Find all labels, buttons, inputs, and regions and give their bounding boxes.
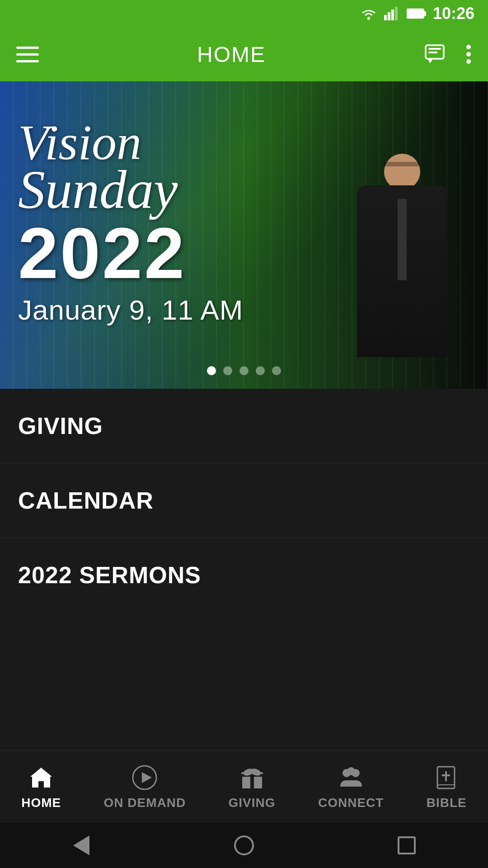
svg-rect-1 (384, 15, 387, 20)
hero-text-block: Vision Sunday 2022 January 9, 11 AM (18, 118, 244, 326)
more-options-icon[interactable] (465, 42, 472, 66)
home-icon (28, 764, 55, 791)
ondemand-icon (131, 764, 158, 791)
top-nav: HOME (0, 27, 488, 81)
bottom-nav: HOME ON DEMAND (0, 750, 488, 823)
carousel-dot-1[interactable] (207, 366, 216, 375)
nav-bible-label: BIBLE (427, 796, 467, 810)
nav-item-giving[interactable]: GIVING (220, 760, 285, 815)
sermons-label: 2022 SERMONS (18, 562, 201, 588)
nav-right-icons (424, 42, 472, 66)
nav-item-connect[interactable]: CONNECT (309, 760, 393, 815)
hamburger-menu-button[interactable] (16, 47, 39, 62)
status-icons: 10:26 (360, 4, 474, 23)
svg-marker-14 (142, 772, 152, 783)
hamburger-line-1 (16, 47, 39, 49)
status-time: 10:26 (433, 4, 474, 23)
battery-icon (407, 8, 427, 19)
status-bar: 10:26 (0, 0, 488, 27)
carousel-dot-4[interactable] (256, 366, 265, 375)
calendar-menu-item[interactable]: CALENDAR (0, 463, 488, 538)
nav-home-label: HOME (21, 796, 61, 810)
svg-point-12 (466, 59, 471, 64)
nav-item-home[interactable]: HOME (12, 760, 70, 815)
bible-icon (433, 764, 460, 791)
android-nav-bar (0, 823, 488, 868)
giving-icon (239, 764, 266, 791)
main-content: GIVING CALENDAR 2022 SERMONS (0, 389, 488, 612)
wifi-icon (360, 7, 378, 20)
nav-giving-label: GIVING (229, 796, 276, 810)
svg-point-23 (347, 767, 355, 775)
svg-rect-5 (407, 9, 424, 18)
svg-rect-2 (388, 12, 390, 20)
svg-point-0 (367, 17, 370, 20)
svg-point-10 (466, 45, 471, 49)
home-button[interactable] (230, 832, 258, 859)
back-button[interactable] (68, 832, 95, 859)
svg-point-11 (466, 52, 471, 57)
nav-ondemand-label: ON DEMAND (104, 796, 186, 810)
svg-rect-4 (395, 7, 398, 20)
nav-item-ondemand[interactable]: ON DEMAND (95, 760, 195, 815)
signal-icon (384, 7, 400, 20)
hero-sunday-text: Sunday (18, 163, 244, 217)
sermons-menu-item[interactable]: 2022 SERMONS (0, 538, 488, 612)
giving-menu-item[interactable]: GIVING (0, 389, 488, 463)
connect-icon (338, 764, 365, 791)
giving-label: GIVING (18, 413, 103, 439)
page-title: HOME (197, 42, 266, 67)
nav-connect-label: CONNECT (318, 796, 384, 810)
recents-button[interactable] (393, 832, 420, 859)
carousel-dot-5[interactable] (272, 366, 281, 375)
hero-banner[interactable]: Vision Sunday 2022 January 9, 11 AM (0, 81, 488, 389)
svg-rect-9 (428, 52, 437, 53)
hamburger-line-2 (16, 53, 39, 56)
carousel-dot-3[interactable] (239, 366, 249, 375)
hamburger-line-3 (16, 60, 39, 62)
calendar-label: CALENDAR (18, 487, 154, 514)
svg-rect-6 (424, 11, 426, 16)
carousel-dots (207, 366, 281, 375)
hero-date-text: January 9, 11 AM (18, 294, 244, 326)
chat-icon[interactable] (424, 42, 447, 66)
svg-rect-8 (428, 48, 441, 50)
nav-item-bible[interactable]: BIBLE (418, 760, 476, 815)
carousel-dot-2[interactable] (223, 366, 232, 375)
hero-year-text: 2022 (18, 217, 244, 289)
svg-rect-3 (391, 9, 394, 20)
hero-speaker-image (316, 127, 488, 389)
